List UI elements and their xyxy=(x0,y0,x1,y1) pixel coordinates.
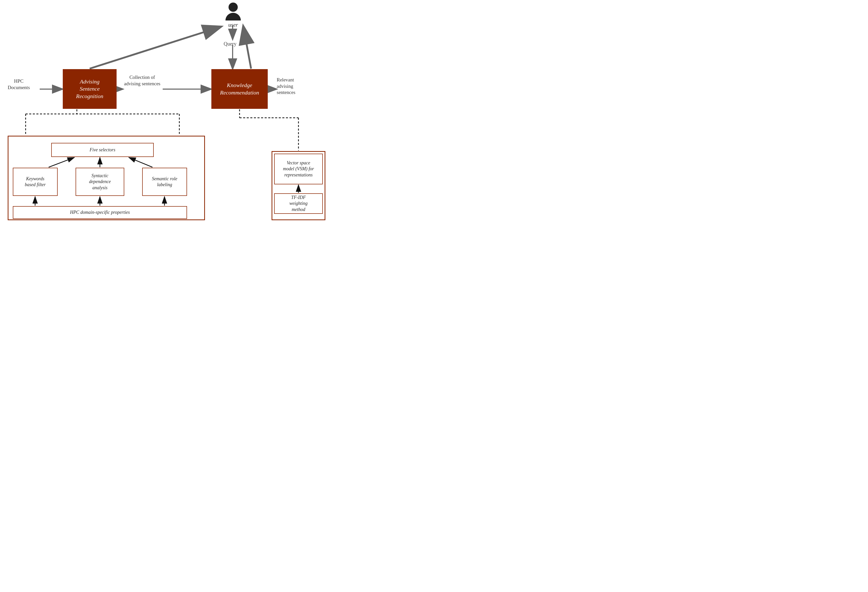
semantic-labeling-box: Semantic rolelabeling xyxy=(142,168,187,196)
syntactic-text: Syntacticdependenceanalysis xyxy=(89,173,111,191)
user-icon: user xyxy=(223,3,244,28)
svg-line-11 xyxy=(244,27,251,69)
hpc-domain-text: HPC domain-specific properties xyxy=(70,209,130,215)
keywords-filter-box: Keywordsbased filter xyxy=(13,168,58,196)
knowledge-recommendation-box: KnowledgeRecommendation xyxy=(211,69,268,109)
user-body xyxy=(226,13,241,21)
collection-label: Collection ofadvising sentences xyxy=(123,74,161,87)
semantic-text: Semantic rolelabeling xyxy=(152,176,177,188)
user-head xyxy=(229,3,238,12)
svg-line-10 xyxy=(90,27,220,69)
advising-sentence-recognition-box: AdvisingSentenceRecognition xyxy=(63,69,117,109)
five-selectors-box: Five selectors xyxy=(51,143,154,157)
query-label: Query xyxy=(224,41,236,47)
syntactic-analysis-box: Syntacticdependenceanalysis xyxy=(75,168,124,196)
vector-text: Vector spacemodel (VSM) forrepresentatio… xyxy=(283,160,314,178)
advising-box-text: AdvisingSentenceRecognition xyxy=(76,78,103,100)
user-label: user xyxy=(223,22,244,28)
hpc-documents-label: HPCDocuments xyxy=(8,78,30,91)
relevant-label: Relevantadvisingsentences xyxy=(277,77,315,96)
vector-space-model-box: Vector spacemodel (VSM) forrepresentatio… xyxy=(274,154,323,184)
diagram-container: user Query HPCDocuments AdvisingSentence… xyxy=(0,0,333,230)
tfidf-box: TF-IDFweightingmethod xyxy=(274,193,323,214)
keywords-text: Keywordsbased filter xyxy=(25,176,46,188)
five-selectors-text: Five selectors xyxy=(90,147,115,153)
knowledge-box-text: KnowledgeRecommendation xyxy=(220,82,259,96)
hpc-domain-box: HPC domain-specific properties xyxy=(13,206,187,219)
tfidf-text: TF-IDFweightingmethod xyxy=(289,194,308,212)
